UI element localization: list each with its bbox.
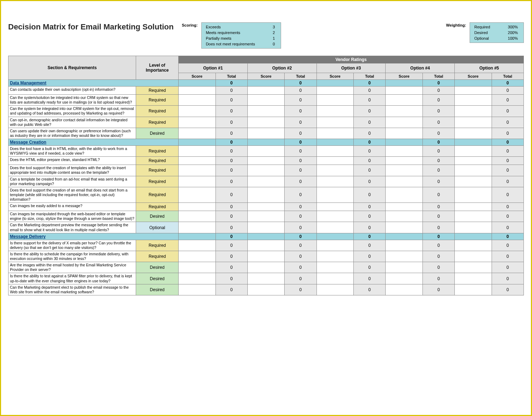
score-cell[interactable] bbox=[317, 117, 354, 128]
score-cell[interactable] bbox=[386, 146, 423, 157]
score-cell[interactable] bbox=[455, 222, 492, 233]
score-cell[interactable] bbox=[455, 106, 492, 117]
score-cell[interactable] bbox=[386, 128, 423, 139]
score-cell[interactable] bbox=[386, 165, 423, 176]
score-cell[interactable] bbox=[455, 157, 492, 165]
score-cell[interactable] bbox=[179, 146, 216, 157]
score-cell[interactable] bbox=[386, 240, 423, 251]
section-score-blank bbox=[317, 80, 354, 87]
score-cell[interactable] bbox=[179, 117, 216, 128]
score-cell[interactable] bbox=[386, 203, 423, 211]
score-cell[interactable] bbox=[455, 117, 492, 128]
score-cell[interactable] bbox=[179, 165, 216, 176]
score-cell[interactable] bbox=[455, 273, 492, 284]
score-cell[interactable] bbox=[317, 176, 354, 187]
score-cell[interactable] bbox=[179, 128, 216, 139]
score-cell[interactable] bbox=[317, 128, 354, 139]
score-cell[interactable] bbox=[386, 251, 423, 262]
score-cell[interactable] bbox=[247, 273, 285, 284]
score-cell[interactable] bbox=[386, 87, 423, 95]
requirement-row: Can opt-in, demographic and/or contact d… bbox=[9, 117, 524, 128]
requirement-text: Can the system/solution be integrated in… bbox=[9, 95, 136, 106]
score-cell[interactable] bbox=[317, 273, 354, 284]
score-cell[interactable] bbox=[455, 165, 492, 176]
score-cell[interactable] bbox=[179, 95, 216, 106]
score-cell[interactable] bbox=[247, 95, 285, 106]
score-cell[interactable] bbox=[455, 128, 492, 139]
score-cell[interactable] bbox=[455, 187, 492, 203]
score-cell[interactable] bbox=[317, 211, 354, 222]
score-cell[interactable] bbox=[179, 262, 216, 273]
score-cell[interactable] bbox=[179, 203, 216, 211]
score-cell[interactable] bbox=[386, 117, 423, 128]
score-cell[interactable] bbox=[455, 87, 492, 95]
score-cell[interactable] bbox=[247, 222, 285, 233]
score-cell[interactable] bbox=[179, 87, 216, 95]
score-cell[interactable] bbox=[386, 176, 423, 187]
total-cell: 0 bbox=[285, 262, 317, 273]
col-option-5: Option #5 bbox=[455, 63, 524, 73]
score-cell[interactable] bbox=[317, 222, 354, 233]
score-cell[interactable] bbox=[317, 95, 354, 106]
score-cell[interactable] bbox=[247, 117, 285, 128]
score-cell[interactable] bbox=[247, 106, 285, 117]
score-cell[interactable] bbox=[317, 87, 354, 95]
score-cell[interactable] bbox=[179, 222, 216, 233]
score-cell[interactable] bbox=[317, 157, 354, 165]
requirement-text: Does the tool support the creation of an… bbox=[9, 187, 136, 203]
score-cell[interactable] bbox=[179, 273, 216, 284]
score-cell[interactable] bbox=[455, 240, 492, 251]
score-cell[interactable] bbox=[179, 176, 216, 187]
score-cell[interactable] bbox=[179, 187, 216, 203]
score-cell[interactable] bbox=[179, 211, 216, 222]
score-cell[interactable] bbox=[247, 157, 285, 165]
score-cell[interactable] bbox=[247, 128, 285, 139]
score-cell[interactable] bbox=[317, 240, 354, 251]
score-cell[interactable] bbox=[317, 146, 354, 157]
score-cell[interactable] bbox=[455, 203, 492, 211]
score-cell[interactable] bbox=[247, 176, 285, 187]
score-cell[interactable] bbox=[455, 146, 492, 157]
score-cell[interactable] bbox=[386, 106, 423, 117]
score-cell[interactable] bbox=[247, 87, 285, 95]
score-cell[interactable] bbox=[179, 284, 216, 295]
score-cell[interactable] bbox=[386, 211, 423, 222]
score-cell[interactable] bbox=[247, 211, 285, 222]
score-cell[interactable] bbox=[455, 95, 492, 106]
score-cell[interactable] bbox=[247, 240, 285, 251]
score-cell[interactable] bbox=[317, 203, 354, 211]
score-cell[interactable] bbox=[179, 240, 216, 251]
section-total: 0 bbox=[285, 139, 317, 146]
score-cell[interactable] bbox=[317, 262, 354, 273]
total-cell: 0 bbox=[422, 251, 454, 262]
score-cell[interactable] bbox=[386, 187, 423, 203]
score-cell[interactable] bbox=[247, 187, 285, 203]
score-cell[interactable] bbox=[317, 106, 354, 117]
score-cell[interactable] bbox=[317, 187, 354, 203]
score-cell[interactable] bbox=[386, 284, 423, 295]
score-cell[interactable] bbox=[386, 157, 423, 165]
score-cell[interactable] bbox=[247, 203, 285, 211]
score-cell[interactable] bbox=[317, 165, 354, 176]
score-cell[interactable] bbox=[179, 157, 216, 165]
score-cell[interactable] bbox=[386, 95, 423, 106]
score-cell[interactable] bbox=[455, 262, 492, 273]
score-cell[interactable] bbox=[455, 176, 492, 187]
score-cell[interactable] bbox=[247, 284, 285, 295]
score-cell[interactable] bbox=[455, 251, 492, 262]
score-cell[interactable] bbox=[247, 146, 285, 157]
score-cell[interactable] bbox=[386, 222, 423, 233]
score-cell[interactable] bbox=[179, 251, 216, 262]
score-cell[interactable] bbox=[179, 106, 216, 117]
score-cell[interactable] bbox=[247, 251, 285, 262]
score-cell[interactable] bbox=[247, 165, 285, 176]
col-section: Section & Requirements bbox=[9, 56, 136, 80]
score-cell[interactable] bbox=[317, 251, 354, 262]
score-cell[interactable] bbox=[455, 211, 492, 222]
score-cell[interactable] bbox=[247, 262, 285, 273]
score-cell[interactable] bbox=[455, 284, 492, 295]
score-cell[interactable] bbox=[386, 262, 423, 273]
score-cell[interactable] bbox=[386, 273, 423, 284]
total-cell: 0 bbox=[354, 146, 386, 157]
score-cell[interactable] bbox=[317, 284, 354, 295]
